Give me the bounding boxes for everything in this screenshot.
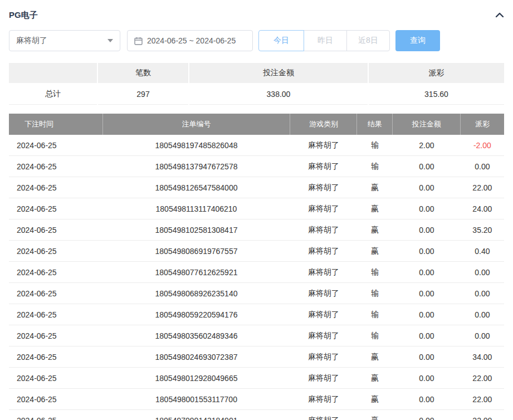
cell-bet-amount: 0.00 bbox=[393, 368, 461, 389]
cell-bet-id: 1805498024693072387 bbox=[102, 346, 290, 368]
cell-result: 赢 bbox=[357, 389, 393, 410]
cell-bet-amount: 2.00 bbox=[393, 135, 461, 156]
date-range-picker[interactable]: 2024-06-25 ~ 2024-06-25 bbox=[127, 30, 253, 51]
search-button[interactable]: 查询 bbox=[395, 30, 440, 51]
table-row: 2024-06-251805498068926235140麻将胡了输0.000.… bbox=[9, 283, 504, 304]
cell-bet-time: 2024-06-25 bbox=[9, 389, 102, 410]
summary-total-label: 总计 bbox=[9, 84, 97, 105]
table-row: 2024-06-251805498102581308417麻将胡了赢0.0035… bbox=[9, 219, 504, 241]
bet-table-body: 2024-06-251805498197485826048麻将胡了输2.00-2… bbox=[9, 135, 504, 420]
cell-payout: 34.00 bbox=[461, 346, 504, 368]
cell-game-type: 麻将胡了 bbox=[290, 135, 357, 156]
cell-payout: 0.00 bbox=[461, 283, 504, 304]
cell-bet-time: 2024-06-25 bbox=[9, 346, 102, 368]
cell-bet-id: 1805498137947672578 bbox=[102, 156, 290, 177]
cell-payout: 22.00 bbox=[461, 410, 504, 420]
cell-bet-id: 1805497990143184901 bbox=[102, 410, 290, 420]
cell-result: 赢 bbox=[357, 241, 393, 262]
header-payout: 派彩 bbox=[461, 114, 504, 135]
summary-bet-amount-value: 338.00 bbox=[189, 84, 368, 105]
page-title: PG电子 bbox=[9, 10, 38, 21]
table-row: 2024-06-251805498035602489346麻将胡了输0.000.… bbox=[9, 325, 504, 346]
cell-payout: 24.00 bbox=[461, 198, 504, 219]
cell-bet-time: 2024-06-25 bbox=[9, 219, 102, 241]
cell-bet-amount: 0.00 bbox=[393, 283, 461, 304]
cell-bet-time: 2024-06-25 bbox=[9, 325, 102, 346]
cell-game-type: 麻将胡了 bbox=[290, 262, 357, 283]
cell-bet-time: 2024-06-25 bbox=[9, 410, 102, 420]
header-result: 结果 bbox=[357, 114, 393, 135]
cell-bet-id: 1805498068926235140 bbox=[102, 283, 290, 304]
cell-payout: 0.40 bbox=[461, 241, 504, 262]
cell-bet-id: 1805498113117406210 bbox=[102, 198, 290, 219]
summary-header-count: 笔数 bbox=[98, 63, 188, 83]
cell-result: 赢 bbox=[357, 177, 393, 198]
last-8-days-button[interactable]: 近8日 bbox=[346, 30, 390, 51]
cell-bet-amount: 0.00 bbox=[393, 177, 461, 198]
cell-result: 赢 bbox=[357, 219, 393, 241]
summary-header-empty bbox=[9, 63, 97, 83]
cell-bet-time: 2024-06-25 bbox=[9, 304, 102, 325]
table-row: 2024-06-251805498113117406210麻将胡了赢0.0024… bbox=[9, 198, 504, 219]
cell-bet-time: 2024-06-25 bbox=[9, 283, 102, 304]
table-row: 2024-06-251805498077612625921麻将胡了输0.000.… bbox=[9, 262, 504, 283]
cell-bet-time: 2024-06-25 bbox=[9, 368, 102, 389]
collapse-chevron-icon[interactable] bbox=[495, 12, 504, 18]
report-panel: PG电子 麻将胡了 2024-06-25 ~ 2024-06-25 今日 昨日 … bbox=[0, 0, 513, 420]
cell-game-type: 麻将胡了 bbox=[290, 156, 357, 177]
cell-payout: 35.20 bbox=[461, 219, 504, 241]
table-row: 2024-06-251805498024693072387麻将胡了赢0.0034… bbox=[9, 346, 504, 368]
header-bet-id: 注单编号 bbox=[102, 114, 290, 135]
summary-header-payout: 派彩 bbox=[369, 63, 504, 83]
table-row: 2024-06-251805497990143184901麻将胡了赢0.0022… bbox=[9, 410, 504, 420]
cell-result: 赢 bbox=[357, 198, 393, 219]
cell-bet-id: 1805498035602489346 bbox=[102, 325, 290, 346]
calendar-icon bbox=[134, 37, 143, 45]
bet-records-table: 下注时间 注单编号 游戏类别 结果 投注金额 派彩 2024-06-251805… bbox=[9, 114, 504, 420]
cell-bet-id: 1805498086919767557 bbox=[102, 241, 290, 262]
cell-bet-id: 1805498197485826048 bbox=[102, 135, 290, 156]
cell-bet-amount: 0.00 bbox=[393, 219, 461, 241]
header-bet-amount: 投注金额 bbox=[393, 114, 461, 135]
cell-bet-amount: 0.00 bbox=[393, 241, 461, 262]
cell-result: 输 bbox=[357, 262, 393, 283]
cell-bet-id: 1805498012928049665 bbox=[102, 368, 290, 389]
cell-result: 赢 bbox=[357, 368, 393, 389]
cell-payout: 0.00 bbox=[461, 325, 504, 346]
cell-bet-time: 2024-06-25 bbox=[9, 241, 102, 262]
table-header-row: 下注时间 注单编号 游戏类别 结果 投注金额 派彩 bbox=[9, 114, 504, 135]
cell-bet-amount: 0.00 bbox=[393, 156, 461, 177]
cell-bet-id: 1805498077612625921 bbox=[102, 262, 290, 283]
cell-game-type: 麻将胡了 bbox=[290, 219, 357, 241]
filter-bar: 麻将胡了 2024-06-25 ~ 2024-06-25 今日 昨日 近8日 查… bbox=[9, 30, 504, 51]
cell-game-type: 麻将胡了 bbox=[290, 325, 357, 346]
today-button[interactable]: 今日 bbox=[258, 30, 304, 51]
cell-bet-id: 1805498126547584000 bbox=[102, 177, 290, 198]
panel-header: PG电子 bbox=[9, 0, 504, 23]
cell-result: 赢 bbox=[357, 410, 393, 420]
cell-bet-amount: 0.00 bbox=[393, 304, 461, 325]
game-select[interactable]: 麻将胡了 bbox=[9, 30, 120, 51]
cell-payout: -2.00 bbox=[461, 135, 504, 156]
cell-game-type: 麻将胡了 bbox=[290, 283, 357, 304]
cell-result: 赢 bbox=[357, 346, 393, 368]
yesterday-button[interactable]: 昨日 bbox=[304, 30, 347, 51]
cell-bet-amount: 0.00 bbox=[393, 262, 461, 283]
cell-bet-amount: 0.00 bbox=[393, 325, 461, 346]
cell-game-type: 麻将胡了 bbox=[290, 410, 357, 420]
cell-bet-time: 2024-06-25 bbox=[9, 156, 102, 177]
cell-payout: 0.00 bbox=[461, 156, 504, 177]
cell-payout: 22.00 bbox=[461, 389, 504, 410]
table-row: 2024-06-251805498137947672578麻将胡了输0.000.… bbox=[9, 156, 504, 177]
cell-bet-amount: 0.00 bbox=[393, 346, 461, 368]
table-row: 2024-06-251805498012928049665麻将胡了赢0.0022… bbox=[9, 368, 504, 389]
cell-bet-time: 2024-06-25 bbox=[9, 177, 102, 198]
cell-bet-amount: 0.00 bbox=[393, 198, 461, 219]
cell-game-type: 麻将胡了 bbox=[290, 368, 357, 389]
cell-bet-id: 1805498102581308417 bbox=[102, 219, 290, 241]
summary-payout-value: 315.60 bbox=[369, 84, 504, 105]
cell-bet-time: 2024-06-25 bbox=[9, 262, 102, 283]
summary-count-value: 297 bbox=[98, 84, 188, 105]
cell-bet-id: 1805498059220594176 bbox=[102, 304, 290, 325]
cell-bet-time: 2024-06-25 bbox=[9, 135, 102, 156]
